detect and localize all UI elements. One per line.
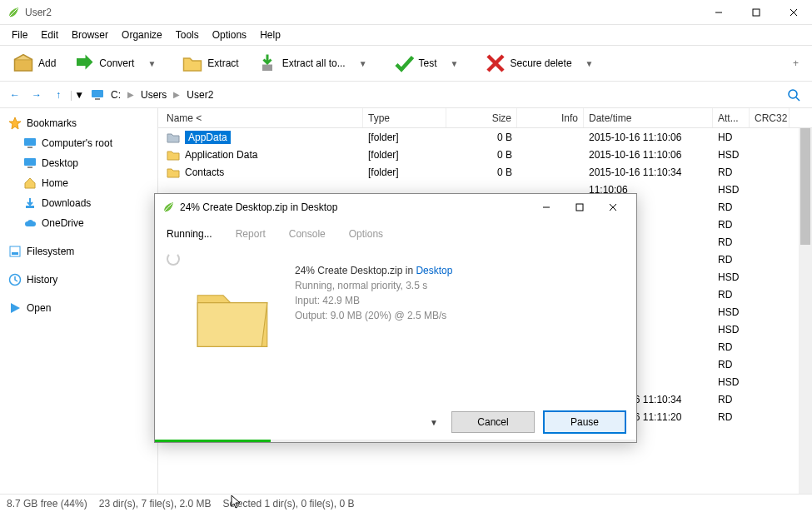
table-row[interactable]: AppData[folder]0 B2015-10-16 11:10:06HD xyxy=(158,128,812,146)
sidebar-open[interactable]: Open xyxy=(0,298,157,318)
menu-help[interactable]: Help xyxy=(253,27,287,43)
dialog-title: 24% Create Desktop.zip in Desktop xyxy=(180,201,530,213)
search-icon[interactable] xyxy=(780,88,807,102)
minimize-button[interactable] xyxy=(700,0,737,25)
scrollbar[interactable] xyxy=(799,128,812,494)
extract-all-label: Extract all to... xyxy=(282,57,346,69)
col-size[interactable]: Size xyxy=(446,108,517,127)
monitor-icon xyxy=(23,137,37,150)
col-att[interactable]: Att... xyxy=(713,108,750,127)
col-name[interactable]: Name < xyxy=(162,108,363,127)
menu-file[interactable]: File xyxy=(5,27,34,43)
cell-type: [folder] xyxy=(363,132,446,143)
folder-extract-icon xyxy=(182,53,202,73)
close-button[interactable] xyxy=(775,0,812,25)
sidebar-item-downloads[interactable]: Downloads xyxy=(0,193,157,213)
cell-att: RD xyxy=(713,411,750,423)
sidebar-filesystem[interactable]: Filesystem xyxy=(0,241,157,261)
cell-att: HSD xyxy=(713,306,750,318)
star-icon xyxy=(8,117,22,130)
nav-forward[interactable]: → xyxy=(27,85,47,105)
tab-options[interactable]: Options xyxy=(347,225,385,243)
progress-dialog: 24% Create Desktop.zip in Desktop Runnin… xyxy=(154,193,637,443)
convert-dropdown[interactable]: ▼ xyxy=(144,59,159,68)
sidebar-open-label: Open xyxy=(27,302,51,314)
dialog-close-button[interactable] xyxy=(596,196,630,219)
scroll-thumb[interactable] xyxy=(800,128,810,245)
cell-type: [folder] xyxy=(363,167,446,178)
pause-button[interactable]: Pause xyxy=(543,410,626,434)
status-free: 8.7 GB free (44%) xyxy=(7,498,87,510)
folder-big-icon xyxy=(187,266,278,365)
sidebar-item-label: Desktop xyxy=(42,157,78,169)
col-date[interactable]: Date/time xyxy=(584,108,713,127)
sidebar-item-computer-root[interactable]: Computer's root xyxy=(0,133,157,153)
test-button[interactable]: Test xyxy=(386,50,446,77)
dialog-maximize-button[interactable] xyxy=(563,196,596,219)
menubar: File Edit Browser Organize Tools Options… xyxy=(0,25,812,45)
test-label: Test xyxy=(419,57,437,69)
crumb-users[interactable]: Users xyxy=(137,87,170,102)
spinner-icon xyxy=(167,252,180,266)
tab-report[interactable]: Report xyxy=(234,225,267,243)
sidebar-item-label: Computer's root xyxy=(42,137,112,149)
cell-att: HSD xyxy=(713,149,750,161)
test-dropdown[interactable]: ▼ xyxy=(447,59,462,68)
download-icon xyxy=(23,196,37,210)
extract-button[interactable]: Extract xyxy=(174,50,247,77)
headline-link[interactable]: Desktop xyxy=(416,265,452,276)
tab-running[interactable]: Running... xyxy=(165,225,214,243)
col-info[interactable]: Info xyxy=(517,108,584,127)
maximize-button[interactable] xyxy=(737,0,775,25)
address-history-dropdown[interactable]: ▼ xyxy=(74,89,84,101)
sidebar-item-home[interactable]: Home xyxy=(0,173,157,193)
menu-edit[interactable]: Edit xyxy=(34,27,65,43)
extract-all-dropdown[interactable]: ▼ xyxy=(356,59,371,68)
sidebar-item-onedrive[interactable]: OneDrive xyxy=(0,213,157,233)
dialog-titlebar: 24% Create Desktop.zip in Desktop xyxy=(155,194,636,221)
sidebar-bookmarks-label: Bookmarks xyxy=(27,117,77,129)
sidebar: Bookmarks Computer's root Desktop Home D… xyxy=(0,108,158,494)
toolbar-customize[interactable]: + xyxy=(785,57,807,69)
file-name: Contacts xyxy=(185,167,224,178)
cancel-button[interactable]: Cancel xyxy=(451,411,535,433)
menu-tools[interactable]: Tools xyxy=(169,27,206,43)
menu-browser[interactable]: Browser xyxy=(65,27,115,43)
extract-all-button[interactable]: Extract all to... xyxy=(249,50,354,77)
col-type[interactable]: Type xyxy=(363,108,446,127)
chevron-right-icon: ▶ xyxy=(173,90,180,99)
progress-fill xyxy=(155,440,271,442)
table-row[interactable]: Contacts[folder]0 B2015-10-16 11:10:34RD xyxy=(158,163,812,181)
tab-console[interactable]: Console xyxy=(287,225,327,243)
box-icon xyxy=(13,53,33,73)
cell-att: RD xyxy=(713,341,750,353)
monitor-icon xyxy=(23,157,37,170)
menu-organize[interactable]: Organize xyxy=(115,27,169,43)
crumb-root[interactable]: C: xyxy=(107,87,124,102)
clock-icon xyxy=(8,273,22,286)
secure-delete-button[interactable]: Secure delete xyxy=(477,50,580,77)
headline: 24% Create Desktop.zip in Desktop xyxy=(295,262,621,276)
secure-delete-dropdown[interactable]: ▼ xyxy=(582,59,597,68)
dialog-minimize-button[interactable] xyxy=(530,196,563,219)
nav-back[interactable]: ← xyxy=(5,85,25,105)
crumb-user2[interactable]: User2 xyxy=(183,87,217,102)
cell-att: RD xyxy=(713,394,750,405)
menu-options[interactable]: Options xyxy=(206,27,253,43)
table-row[interactable]: Application Data[folder]0 B2015-10-16 11… xyxy=(158,146,812,163)
file-name: AppData xyxy=(185,131,231,144)
add-button[interactable]: Add xyxy=(5,50,64,77)
sidebar-bookmarks[interactable]: Bookmarks xyxy=(0,113,157,133)
svg-rect-8 xyxy=(753,9,760,16)
file-name: Application Data xyxy=(185,149,257,161)
cell-size: 0 B xyxy=(446,149,517,161)
sidebar-history-label: History xyxy=(27,274,57,286)
nav-up[interactable]: ↑ xyxy=(48,85,68,105)
col-crc[interactable]: CRC32 xyxy=(750,108,790,127)
monitor-icon xyxy=(91,88,104,102)
sidebar-history[interactable]: History xyxy=(0,270,157,290)
convert-button[interactable]: Convert xyxy=(66,50,142,77)
sidebar-item-desktop[interactable]: Desktop xyxy=(0,153,157,173)
sidebar-filesystem-label: Filesystem xyxy=(27,246,74,257)
dialog-options-dropdown[interactable]: ▼ xyxy=(425,418,443,427)
